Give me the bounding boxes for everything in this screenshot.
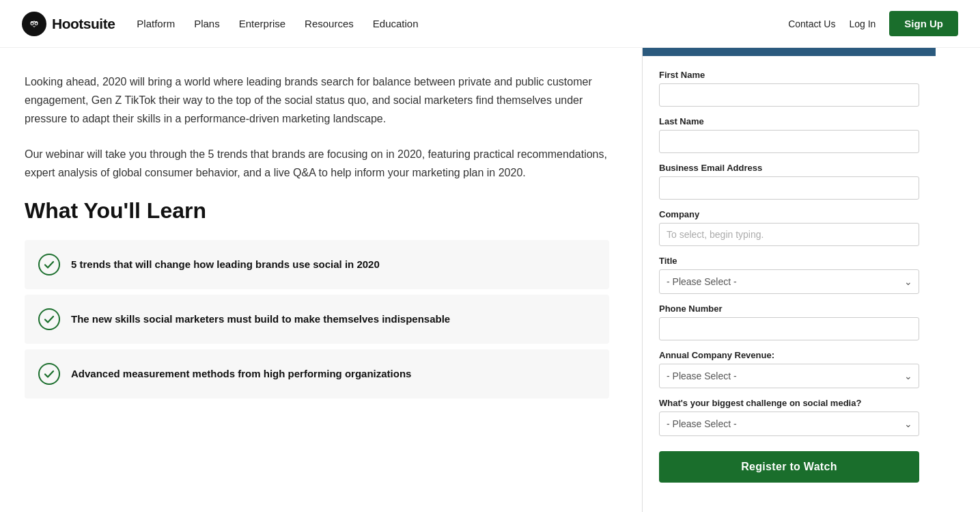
first-name-label: First Name [659, 70, 919, 80]
phone-group: Phone Number [659, 304, 919, 340]
learn-item-text-3: Advanced measurement methods from high p… [71, 366, 411, 381]
list-item: 5 trends that will change how leading br… [25, 240, 609, 289]
svg-point-4 [36, 22, 38, 24]
svg-point-0 [27, 17, 41, 31]
svg-point-3 [31, 22, 33, 24]
email-label: Business Email Address [659, 163, 919, 173]
nav-right: Contact Us Log In Sign Up [788, 11, 958, 36]
last-name-input[interactable] [659, 130, 919, 153]
title-select[interactable]: - Please Select - CEO CMO Director Manag… [659, 269, 919, 294]
phone-label: Phone Number [659, 304, 919, 314]
challenge-select[interactable]: - Please Select - Growing audience Conte… [659, 412, 919, 436]
check-icon [38, 363, 60, 385]
first-name-group: First Name [659, 70, 919, 107]
navbar: Hootsuite Platform Plans Enterprise Reso… [0, 0, 980, 48]
log-in-link[interactable]: Log In [849, 18, 876, 29]
learn-items-list: 5 trends that will change how leading br… [25, 240, 609, 399]
email-group: Business Email Address [659, 163, 919, 200]
form-header-bar [643, 48, 936, 56]
nav-resources[interactable]: Resources [305, 18, 354, 29]
sign-up-button[interactable]: Sign Up [889, 11, 958, 36]
section-title: What You'll Learn [25, 198, 609, 224]
nav-links: Platform Plans Enterprise Resources Educ… [137, 18, 418, 29]
check-icon [38, 254, 60, 275]
nav-plans[interactable]: Plans [194, 18, 220, 29]
company-group: Company [659, 209, 919, 246]
nav-education[interactable]: Education [373, 18, 419, 29]
learn-item-text-2: The new skills social marketers must bui… [71, 312, 450, 326]
contact-us-link[interactable]: Contact Us [788, 18, 835, 29]
last-name-label: Last Name [659, 116, 919, 126]
intro-paragraph-2: Our webinar will take you through the 5 … [25, 145, 609, 182]
company-label: Company [659, 209, 919, 219]
page-layout: Looking ahead, 2020 will bring a world w… [0, 48, 980, 512]
nav-enterprise[interactable]: Enterprise [239, 18, 285, 29]
nav-platform[interactable]: Platform [137, 18, 175, 29]
challenge-label: What's your biggest challenge on social … [659, 398, 919, 408]
phone-input[interactable] [659, 317, 919, 340]
revenue-label: Annual Company Revenue: [659, 350, 919, 360]
logo-owl-icon [22, 12, 46, 36]
logo[interactable]: Hootsuite [22, 12, 115, 36]
register-to-watch-button[interactable]: Register to Watch [659, 451, 919, 483]
title-select-wrapper: - Please Select - CEO CMO Director Manag… [659, 269, 919, 294]
first-name-input[interactable] [659, 83, 919, 107]
revenue-select-wrapper: - Please Select - Under $1M $1M-$10M $10… [659, 364, 919, 388]
learn-item-text-1: 5 trends that will change how leading br… [71, 257, 380, 271]
intro-paragraph-1: Looking ahead, 2020 will bring a world w… [25, 72, 609, 129]
last-name-group: Last Name [659, 116, 919, 153]
check-icon [38, 308, 60, 330]
title-label: Title [659, 256, 919, 266]
revenue-group: Annual Company Revenue: - Please Select … [659, 350, 919, 388]
title-group: Title - Please Select - CEO CMO Director… [659, 256, 919, 294]
email-input[interactable] [659, 176, 919, 200]
nav-left: Hootsuite Platform Plans Enterprise Reso… [22, 12, 419, 36]
list-item: Advanced measurement methods from high p… [25, 349, 609, 399]
list-item: The new skills social marketers must bui… [25, 295, 609, 344]
revenue-select[interactable]: - Please Select - Under $1M $1M-$10M $10… [659, 364, 919, 388]
logo-text: Hootsuite [52, 16, 115, 32]
company-input[interactable] [659, 223, 919, 246]
registration-form-sidebar: First Name Last Name Business Email Addr… [642, 48, 936, 512]
challenge-select-wrapper: - Please Select - Growing audience Conte… [659, 412, 919, 436]
form-body: First Name Last Name Business Email Addr… [643, 56, 936, 499]
main-content: Looking ahead, 2020 will bring a world w… [0, 48, 642, 512]
challenge-group: What's your biggest challenge on social … [659, 398, 919, 436]
